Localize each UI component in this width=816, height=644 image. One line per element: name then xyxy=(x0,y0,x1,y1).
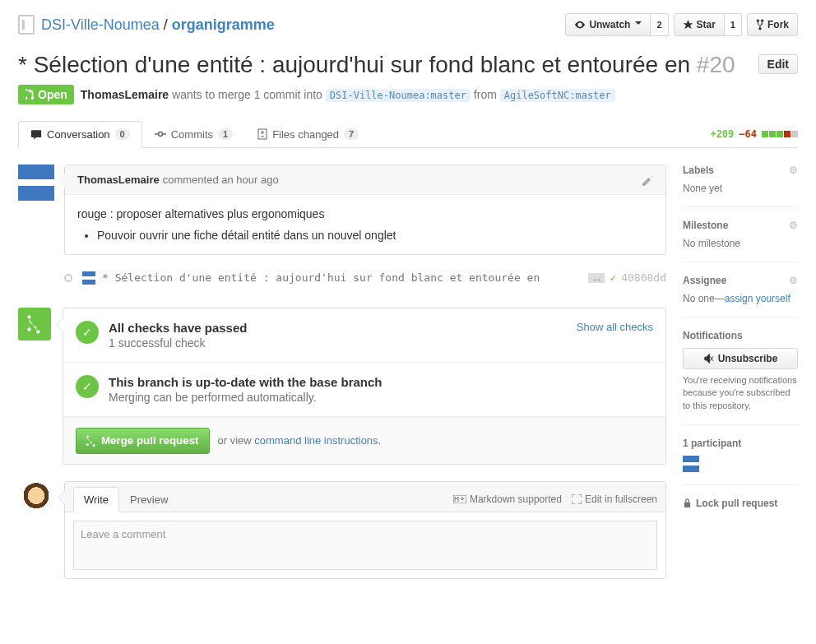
checks-sub: 1 successful check xyxy=(109,336,206,350)
show-checks-link[interactable]: Show all checks xyxy=(577,321,653,333)
gear-icon[interactable]: ⚙ xyxy=(789,275,798,286)
participants-heading: 1 participant xyxy=(683,438,798,449)
svg-rect-8 xyxy=(684,503,690,507)
svg-point-0 xyxy=(158,132,162,137)
issue-title: * Sélection d'une entité : aujourd'hui s… xyxy=(18,53,798,78)
assign-yourself-link[interactable]: assign yourself xyxy=(725,293,790,304)
labels-value: None yet xyxy=(683,183,798,194)
comment-box: ThomasLemaire commented an hour ago roug… xyxy=(64,164,666,255)
write-box: Write Preview Markdown supported Edit in… xyxy=(64,481,666,579)
merge-icon xyxy=(86,434,96,447)
state-badge: Open xyxy=(18,85,74,104)
markdown-icon xyxy=(453,495,466,503)
unsubscribe-button[interactable]: Unsubscribe xyxy=(683,348,798,369)
avatar[interactable] xyxy=(18,164,54,201)
timeline-commit: * Sélection d'une entité : aujourd'hui s… xyxy=(18,265,666,291)
breadcrumb: DSI-Ville-Noumea / organigramme xyxy=(41,16,565,34)
fullscreen-link[interactable]: Edit in fullscreen xyxy=(572,493,657,505)
repo-link[interactable]: organigramme xyxy=(172,16,275,33)
avatar[interactable] xyxy=(683,456,699,472)
star-button[interactable]: Star xyxy=(674,13,725,36)
avatar[interactable] xyxy=(18,481,54,517)
tab-write[interactable]: Write xyxy=(73,487,119,512)
star-count[interactable]: 1 xyxy=(725,13,742,36)
labels-heading[interactable]: Labels⚙ xyxy=(683,164,798,176)
pr-author[interactable]: ThomasLemaire xyxy=(81,88,169,101)
pencil-icon[interactable] xyxy=(642,174,653,186)
comment-author[interactable]: ThomasLemaire xyxy=(77,174,160,186)
uptodate-sub: Merging can be performed automatically. xyxy=(109,391,317,404)
lock-icon xyxy=(683,498,692,508)
notifications-subtext: You're receiving notifications because y… xyxy=(683,374,798,412)
watch-count[interactable]: 2 xyxy=(651,13,668,36)
check-circle-icon: ✓ xyxy=(76,375,99,398)
commit-icon xyxy=(155,129,166,139)
git-pull-icon xyxy=(25,89,35,100)
milestone-value: No milestone xyxy=(683,238,798,249)
check-icon[interactable]: ✓ xyxy=(610,271,616,284)
mute-icon xyxy=(703,354,714,364)
lock-link[interactable]: Lock pull request xyxy=(683,498,798,509)
eye-icon xyxy=(574,20,586,30)
unwatch-button[interactable]: Unwatch xyxy=(565,13,651,36)
uptodate-title: This branch is up-to-date with the base … xyxy=(109,375,382,389)
caret-icon xyxy=(635,21,642,28)
commit-dot-icon xyxy=(64,274,72,282)
merge-button[interactable]: Merge pull request xyxy=(76,428,210,454)
comment-textarea[interactable]: Leave a comment xyxy=(73,521,657,570)
repo-icon xyxy=(18,15,35,35)
avatar[interactable] xyxy=(82,271,95,285)
star-icon xyxy=(683,20,693,30)
owner-link[interactable]: DSI-Ville-Noumea xyxy=(41,16,160,33)
comment-body: rouge : proposer alternatives plus ergon… xyxy=(65,195,665,254)
milestone-heading[interactable]: Milestone⚙ xyxy=(683,220,798,231)
base-ref[interactable]: DSI-Ville-Noumea:master xyxy=(326,89,471,102)
gear-icon[interactable]: ⚙ xyxy=(789,220,798,231)
tabnav: Conversation 0 Commits 1 Files changed 7… xyxy=(18,121,798,148)
commit-message[interactable]: * Sélection d'une entité : aujourd'hui s… xyxy=(102,271,588,284)
breadcrumb-sep: / xyxy=(164,16,168,33)
notifications-heading: Notifications xyxy=(683,330,798,341)
head-ref[interactable]: AgileSoftNC:master xyxy=(500,89,615,102)
edit-button[interactable]: Edit xyxy=(758,54,798,74)
markdown-link[interactable]: Markdown supported xyxy=(453,493,562,505)
issue-number: #20 xyxy=(697,52,735,77)
tab-conversation[interactable]: Conversation 0 xyxy=(18,121,142,148)
fork-button[interactable]: Fork xyxy=(747,13,798,36)
diff-icon xyxy=(257,128,267,140)
comment-icon xyxy=(30,129,42,140)
check-circle-icon: ✓ xyxy=(76,321,99,344)
expand-icon[interactable]: … xyxy=(588,273,605,283)
commit-sha[interactable]: 40808dd xyxy=(621,271,666,284)
diffstat: +209 −64 xyxy=(710,128,798,140)
tab-preview[interactable]: Preview xyxy=(119,487,178,512)
assignee-value: No one— xyxy=(683,293,725,304)
fullscreen-icon xyxy=(572,494,582,504)
tab-files[interactable]: Files changed 7 xyxy=(245,121,371,148)
tab-commits[interactable]: Commits 1 xyxy=(142,121,245,148)
comment-meta: commented an hour ago xyxy=(163,174,279,186)
gear-icon[interactable]: ⚙ xyxy=(789,164,798,176)
checks-title: All checks have passed xyxy=(109,321,247,335)
issue-meta: Open ThomasLemaire wants to merge 1 comm… xyxy=(18,85,798,104)
assignee-heading[interactable]: Assignee⚙ xyxy=(683,275,798,286)
fork-icon xyxy=(756,19,764,30)
merge-icon xyxy=(18,308,51,341)
cli-link[interactable]: command line instructions xyxy=(254,434,378,447)
